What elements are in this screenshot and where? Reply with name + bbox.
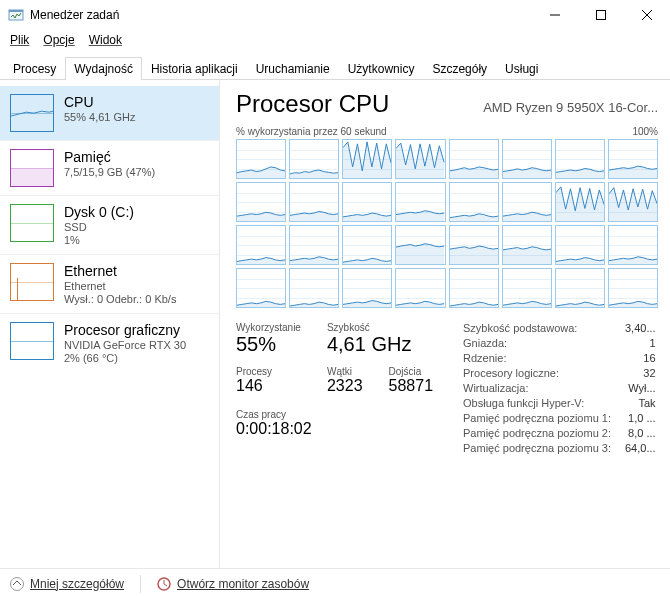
sidebar-item-memory[interactable]: Pamięć 7,5/15,9 GB (47%): [0, 140, 219, 195]
menubar: Plik Opcje Widok: [0, 30, 670, 50]
core-chart-23: [555, 225, 605, 265]
sidebar-memory-sub: 7,5/15,9 GB (47%): [64, 166, 155, 178]
svg-marker-9: [396, 143, 444, 178]
menu-view[interactable]: Widok: [83, 31, 128, 49]
info-l2: 8,0 ...: [625, 427, 656, 439]
sidebar-disk-sub1: SSD: [64, 221, 134, 233]
core-chart-24: [608, 225, 658, 265]
info-l2-label: Pamięć podręczna poziomu 2:: [463, 427, 611, 439]
footer-separator: [140, 575, 141, 593]
resmon-icon: [157, 577, 171, 591]
svg-marker-20: [556, 187, 604, 222]
chevron-up-icon: [10, 577, 24, 591]
sidebar: CPU 55% 4,61 GHz Pamięć 7,5/15,9 GB (47%…: [0, 80, 220, 568]
info-virt: Wył...: [625, 382, 656, 394]
stat-speed-label: Szybkość: [327, 322, 433, 333]
core-chart-15: [555, 182, 605, 222]
open-resmon-link[interactable]: Otwórz monitor zasobów: [157, 577, 309, 591]
core-chart-5: [449, 139, 499, 179]
core-chart-31: [555, 268, 605, 308]
tab-performance[interactable]: Wydajność: [65, 57, 142, 80]
stat-speed: 4,61 GHz: [327, 333, 433, 356]
core-chart-12: [395, 182, 445, 222]
core-chart-25: [236, 268, 286, 308]
stat-processes-label: Procesy: [236, 366, 301, 377]
info-base-speed: 3,40...: [625, 322, 656, 334]
titlebar: Menedżer zadań: [0, 0, 670, 30]
core-chart-6: [502, 139, 552, 179]
fewer-details-link[interactable]: Mniej szczegółów: [10, 577, 124, 591]
minimize-button[interactable]: [532, 0, 578, 30]
svg-rect-3: [597, 11, 606, 20]
sidebar-gpu-sub2: 2% (66 °C): [64, 352, 186, 364]
maximize-button[interactable]: [578, 0, 624, 30]
svg-marker-8: [343, 142, 391, 179]
core-chart-19: [342, 225, 392, 265]
info-l1-label: Pamięć podręczna poziomu 1:: [463, 412, 611, 424]
stat-threads-label: Wątki: [327, 366, 363, 377]
sidebar-item-cpu[interactable]: CPU 55% 4,61 GHz: [0, 86, 219, 140]
sidebar-disk-sub2: 1%: [64, 234, 134, 246]
close-icon: [642, 10, 652, 20]
ethernet-mini-chart: [10, 263, 54, 301]
tab-processes[interactable]: Procesy: [4, 57, 65, 80]
footer: Mniej szczegółów Otwórz monitor zasobów: [0, 568, 670, 596]
per-core-chart-grid[interactable]: [236, 139, 658, 308]
sidebar-gpu-sub1: NVIDIA GeForce RTX 30: [64, 339, 186, 351]
cpu-mini-chart: [10, 94, 54, 132]
detail-pane: Procesor CPU AMD Ryzen 9 5950X 16-Cor...…: [220, 80, 670, 568]
sidebar-cpu-title: CPU: [64, 94, 136, 110]
core-chart-7: [555, 139, 605, 179]
close-button[interactable]: [624, 0, 670, 30]
info-logical: 32: [625, 367, 656, 379]
svg-rect-1: [9, 10, 23, 12]
core-chart-30: [502, 268, 552, 308]
core-chart-17: [236, 225, 286, 265]
core-chart-21: [449, 225, 499, 265]
tab-users[interactable]: Użytkownicy: [339, 57, 424, 80]
tab-details[interactable]: Szczegóły: [423, 57, 496, 80]
taskmgr-icon: [8, 7, 24, 23]
stat-utilization-label: Wykorzystanie: [236, 322, 301, 333]
info-cores: 16: [625, 352, 656, 364]
stat-handles: 58871: [389, 377, 434, 395]
info-l1: 1,0 ...: [625, 412, 656, 424]
core-chart-29: [449, 268, 499, 308]
core-chart-9: [236, 182, 286, 222]
sidebar-item-gpu[interactable]: Procesor graficzny NVIDIA GeForce RTX 30…: [0, 313, 219, 372]
info-virt-label: Wirtualizacja:: [463, 382, 611, 394]
core-chart-16: [608, 182, 658, 222]
stats-left: Wykorzystanie 55% Szybkość 4,61 GHz Proc…: [236, 322, 433, 454]
svg-line-40: [164, 584, 167, 586]
memory-mini-chart: [10, 149, 54, 187]
sidebar-ethernet-title: Ethernet: [64, 263, 176, 279]
core-chart-22: [502, 225, 552, 265]
chart-legend-right: 100%: [632, 126, 658, 137]
tab-startup[interactable]: Uruchamianie: [247, 57, 339, 80]
sidebar-disk-title: Dysk 0 (C:): [64, 204, 134, 220]
core-chart-2: [289, 139, 339, 179]
core-chart-3: [342, 139, 392, 179]
tab-services[interactable]: Usługi: [496, 57, 547, 80]
info-logical-label: Procesory logiczne:: [463, 367, 611, 379]
core-chart-8: [608, 139, 658, 179]
chart-legend-left: % wykorzystania przez 60 sekund: [236, 126, 387, 137]
core-chart-28: [395, 268, 445, 308]
menu-options[interactable]: Opcje: [37, 31, 80, 49]
body: CPU 55% 4,61 GHz Pamięć 7,5/15,9 GB (47%…: [0, 80, 670, 568]
sidebar-memory-title: Pamięć: [64, 149, 155, 165]
tab-app-history[interactable]: Historia aplikacji: [142, 57, 247, 80]
sidebar-ethernet-sub2: Wysł.: 0 Odebr.: 0 Kb/s: [64, 293, 176, 305]
info-sockets: 1: [625, 337, 656, 349]
core-chart-1: [236, 139, 286, 179]
sidebar-item-disk[interactable]: Dysk 0 (C:) SSD 1%: [0, 195, 219, 254]
menu-file[interactable]: Plik: [4, 31, 35, 49]
sidebar-cpu-sub: 55% 4,61 GHz: [64, 111, 136, 123]
detail-cpu-model: AMD Ryzen 9 5950X 16-Cor...: [483, 100, 658, 115]
core-chart-13: [449, 182, 499, 222]
info-hyperv-label: Obsługa funkcji Hyper-V:: [463, 397, 611, 409]
core-chart-11: [342, 182, 392, 222]
stat-uptime: 0:00:18:02: [236, 420, 433, 438]
info-cores-label: Rdzenie:: [463, 352, 611, 364]
sidebar-item-ethernet[interactable]: Ethernet Ethernet Wysł.: 0 Odebr.: 0 Kb/…: [0, 254, 219, 313]
